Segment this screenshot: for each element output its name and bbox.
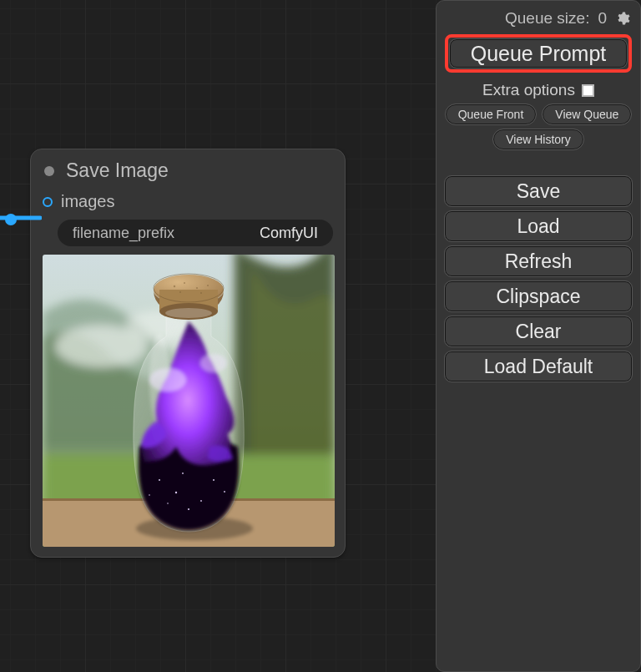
- svg-point-18: [149, 368, 186, 392]
- node-save-image[interactable]: Save Image images filename_prefix ComfyU…: [30, 149, 346, 558]
- node-input-port-row[interactable]: images: [31, 189, 345, 213]
- svg-point-28: [179, 291, 181, 293]
- queue-prompt-highlight: Queue Prompt: [445, 34, 632, 73]
- svg-point-17: [182, 472, 184, 474]
- gear-icon[interactable]: [615, 11, 630, 26]
- svg-point-27: [207, 285, 209, 286]
- load-button[interactable]: Load: [445, 211, 632, 241]
- svg-point-10: [175, 492, 177, 493]
- node-collapse-dot-icon[interactable]: [44, 166, 54, 176]
- svg-point-19: [200, 354, 227, 372]
- svg-point-25: [184, 282, 185, 284]
- generated-image-icon: [43, 255, 335, 547]
- widget-label: filename_prefix: [73, 225, 251, 242]
- svg-point-26: [196, 287, 198, 289]
- control-panel: Queue size: 0 Queue Prompt Extra options…: [436, 0, 641, 672]
- node-widget-filename-prefix[interactable]: filename_prefix ComfyUI: [58, 220, 333, 246]
- clipspace-button[interactable]: Clipspace: [445, 281, 632, 311]
- view-queue-button[interactable]: View Queue: [543, 104, 631, 124]
- node-input-label: images: [61, 192, 114, 211]
- save-button[interactable]: Save: [445, 176, 632, 206]
- queue-size-label: Queue size:: [505, 9, 589, 28]
- svg-point-9: [159, 479, 160, 481]
- queue-front-button[interactable]: Queue Front: [446, 104, 537, 124]
- node-title: Save Image: [66, 159, 169, 182]
- svg-point-14: [167, 503, 169, 504]
- extra-options-row: Extra options: [445, 81, 632, 99]
- queue-size-value: 0: [598, 9, 607, 28]
- refresh-button[interactable]: Refresh: [445, 246, 632, 276]
- svg-point-11: [200, 500, 202, 502]
- view-history-button[interactable]: View History: [493, 129, 583, 149]
- clear-button[interactable]: Clear: [445, 316, 632, 346]
- svg-point-29: [200, 292, 202, 294]
- queue-prompt-button[interactable]: Queue Prompt: [450, 39, 627, 68]
- widget-value: ComfyUI: [260, 225, 318, 242]
- node-header[interactable]: Save Image: [31, 149, 345, 189]
- svg-point-13: [188, 508, 189, 510]
- queue-size-row: Queue size: 0: [445, 9, 632, 28]
- svg-point-15: [224, 491, 225, 493]
- node-image-preview[interactable]: [43, 255, 335, 547]
- svg-point-24: [174, 285, 175, 287]
- svg-point-30: [165, 308, 212, 318]
- svg-point-12: [213, 479, 215, 481]
- wire-endpoint-icon: [5, 214, 17, 225]
- port-dot-icon[interactable]: [43, 197, 53, 207]
- load-default-button[interactable]: Load Default: [445, 351, 632, 381]
- extra-options-label: Extra options: [482, 81, 575, 99]
- svg-point-16: [149, 494, 150, 496]
- extra-options-checkbox[interactable]: [582, 84, 594, 97]
